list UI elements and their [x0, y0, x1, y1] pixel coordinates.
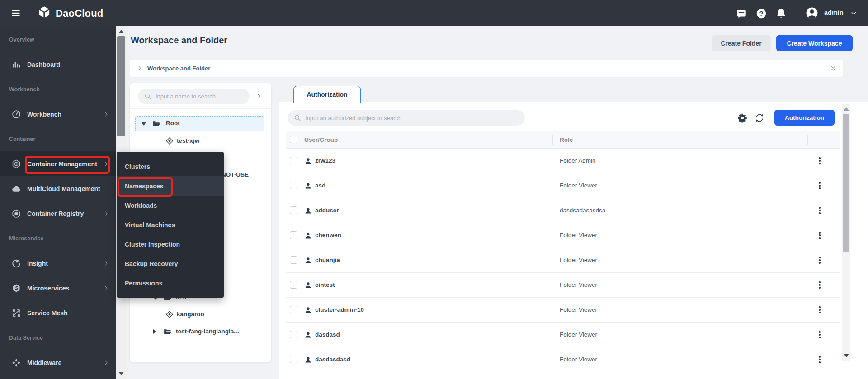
row-checkbox[interactable] — [290, 231, 297, 239]
row-checkbox[interactable] — [290, 256, 297, 264]
person-icon — [304, 207, 312, 215]
person-icon — [304, 331, 312, 339]
menu-item-cluster-inspection[interactable]: Cluster Inspection — [117, 234, 224, 254]
tab-authorization[interactable]: Authorization — [293, 86, 361, 103]
sidebar: OverviewDashboardWorkbenchWorkbenchConta… — [0, 26, 116, 379]
caret-right-icon[interactable] — [153, 329, 156, 334]
table-scrollbar[interactable] — [842, 104, 850, 361]
bell-icon[interactable] — [774, 7, 788, 20]
table-row: chenwenFolder Viewer — [286, 223, 840, 248]
tree-item-test-xjw[interactable]: test-xjw — [130, 134, 271, 149]
chevron-right-icon — [137, 65, 143, 71]
row-checkbox[interactable] — [290, 331, 297, 338]
tree-item-root[interactable]: Root — [130, 116, 271, 131]
create-workspace-button[interactable]: Create Workspace — [776, 35, 853, 51]
tree-search-input[interactable] — [155, 93, 242, 100]
sidebar-item-insight[interactable]: Insight — [0, 251, 116, 276]
row-checkbox[interactable] — [290, 206, 297, 214]
row-actions-menu-icon[interactable] — [814, 280, 825, 290]
sidebar-item-container-registry[interactable]: Container Registry — [0, 201, 116, 226]
collapse-panel-icon[interactable] — [255, 93, 263, 100]
row-actions-menu-icon[interactable] — [814, 255, 825, 266]
folder-icon — [152, 119, 161, 128]
sidebar-item-label: Microservices — [27, 285, 69, 292]
row-actions-menu-icon[interactable] — [814, 205, 825, 216]
table-row: zrw123Folder Admin — [286, 149, 840, 173]
select-all-checkbox[interactable] — [290, 136, 297, 143]
microservices-icon — [11, 283, 22, 294]
role-value: dasdsadasasdsa — [560, 207, 605, 214]
topbar: DaoCloud ? admin — [0, 0, 868, 26]
create-folder-button[interactable]: Create Folder — [712, 35, 771, 51]
hamburger-menu-icon[interactable] — [10, 7, 22, 19]
container-management-submenu: ClustersNamespacesWorkloadsVirtual Machi… — [117, 152, 224, 298]
sidebar-item-dashboard[interactable]: Dashboard — [0, 52, 116, 77]
caret-down-icon[interactable] — [142, 122, 146, 126]
workspace-icon — [165, 310, 175, 319]
sidebar-item-workbench[interactable]: Workbench — [0, 102, 116, 126]
table-row: cluster-admin-10Folder Viewer — [286, 298, 840, 323]
chevron-right-icon — [103, 111, 109, 117]
svg-text:?: ? — [760, 10, 764, 17]
row-checkbox[interactable] — [290, 157, 297, 164]
authorization-panel: Authorization User/Group Role zrw123Fold… — [279, 102, 868, 379]
table-row: dasdasdFolder Viewer — [286, 323, 840, 347]
sidebar-section-label: Overview — [0, 27, 116, 52]
scroll-down-arrow-icon[interactable] — [118, 372, 124, 375]
column-header-user-group: User/Group — [304, 136, 338, 143]
row-checkbox[interactable] — [290, 356, 297, 363]
scrollbar-thumb[interactable] — [117, 36, 125, 136]
menu-item-permissions[interactable]: Permissions — [117, 273, 224, 293]
menu-item-virtual-machines[interactable]: Virtual Machines — [117, 215, 224, 234]
page-title: Workspace and Folder — [131, 35, 227, 46]
tree-item-test-fang-langlangla[interactable]: test-fang-langlangla... — [130, 324, 271, 340]
refresh-icon[interactable] — [755, 113, 764, 123]
scroll-down-arrow-icon[interactable] — [844, 354, 849, 357]
authorization-search-input[interactable] — [304, 114, 505, 122]
service-mesh-icon — [11, 308, 22, 318]
row-checkbox[interactable] — [290, 281, 297, 289]
chevron-right-icon — [103, 260, 109, 267]
scroll-up-arrow-icon[interactable] — [844, 107, 849, 111]
sidebar-item-microservices[interactable]: Microservices — [0, 276, 116, 300]
row-checkbox[interactable] — [290, 306, 297, 313]
dashboard-icon — [11, 59, 22, 70]
chat-icon[interactable] — [735, 7, 748, 20]
username[interactable]: admin — [824, 9, 844, 16]
sidebar-item-container-management[interactable]: Container Management — [0, 151, 116, 176]
gear-icon[interactable] — [737, 113, 747, 123]
authorization-button[interactable]: Authorization — [774, 110, 835, 126]
tree-item-kangaroo[interactable]: kangaroo — [130, 307, 271, 323]
menu-item-clusters[interactable]: Clusters — [117, 157, 224, 176]
row-actions-menu-icon[interactable] — [814, 180, 825, 191]
row-actions-menu-icon[interactable] — [814, 155, 825, 166]
breadcrumb-label[interactable]: Workspace and Folder — [147, 65, 210, 72]
help-icon[interactable]: ? — [755, 7, 768, 20]
row-actions-menu-icon[interactable] — [814, 304, 825, 315]
user-name: chuanjia — [315, 257, 340, 263]
sidebar-item-service-mesh[interactable]: Service Mesh — [0, 300, 116, 325]
close-icon[interactable] — [830, 65, 837, 72]
sidebar-item-multicloud-management[interactable]: MultiCloud Management — [0, 176, 116, 201]
user-name: zrw123 — [315, 157, 335, 164]
chevron-down-icon[interactable] — [850, 9, 858, 19]
folder-icon — [163, 328, 172, 337]
row-checkbox[interactable] — [290, 182, 297, 189]
menu-item-backup-recovery[interactable]: Backup Recovery — [117, 254, 224, 273]
row-actions-menu-icon[interactable] — [814, 329, 825, 340]
user-avatar-icon[interactable] — [805, 6, 819, 20]
sidebar-item-label: Workbench — [27, 111, 61, 118]
table-row: asdFolder Viewer — [286, 173, 840, 198]
row-actions-menu-icon[interactable] — [814, 230, 825, 241]
menu-item-namespaces[interactable]: Namespaces — [117, 176, 224, 196]
scrollbar-thumb[interactable] — [843, 114, 849, 252]
menu-item-workloads[interactable]: Workloads — [117, 196, 224, 215]
person-icon — [304, 306, 312, 314]
row-actions-menu-icon[interactable] — [814, 354, 825, 365]
insight-icon — [11, 258, 22, 269]
middleware-icon — [11, 357, 22, 368]
sidebar-item-middleware[interactable]: Middleware — [0, 350, 116, 375]
person-icon — [304, 281, 312, 289]
table-row: dasdasdasdFolder Viewer — [286, 347, 840, 372]
scroll-up-arrow-icon[interactable] — [118, 30, 124, 33]
